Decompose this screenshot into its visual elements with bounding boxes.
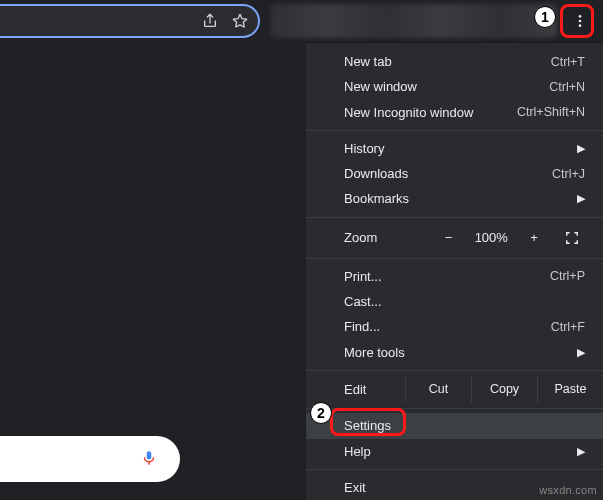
menu-item-shortcut: Ctrl+F bbox=[551, 320, 585, 334]
edit-paste-button[interactable]: Paste bbox=[537, 376, 603, 403]
menu-new-window[interactable]: New window Ctrl+N bbox=[306, 74, 603, 99]
menu-item-shortcut: Ctrl+P bbox=[550, 269, 585, 283]
menu-item-shortcut: Ctrl+Shift+N bbox=[517, 105, 585, 119]
mic-icon[interactable] bbox=[140, 447, 158, 472]
svg-marker-1 bbox=[233, 14, 246, 27]
menu-cast[interactable]: Cast... bbox=[306, 289, 603, 314]
svg-point-4 bbox=[579, 24, 582, 27]
menu-item-label: History bbox=[344, 141, 571, 156]
menu-item-shortcut: Ctrl+T bbox=[551, 55, 585, 69]
svg-point-2 bbox=[579, 15, 582, 18]
menu-separator bbox=[306, 217, 603, 218]
menu-item-label: Cast... bbox=[344, 294, 585, 309]
menu-edit-row: Edit Cut Copy Paste bbox=[306, 376, 603, 403]
edit-copy-button[interactable]: Copy bbox=[471, 376, 537, 403]
menu-item-label: New window bbox=[344, 79, 549, 94]
menu-find[interactable]: Find... Ctrl+F bbox=[306, 314, 603, 339]
zoom-value: 100% bbox=[468, 230, 516, 245]
extensions-area bbox=[270, 4, 557, 38]
star-icon[interactable] bbox=[232, 13, 248, 29]
menu-item-label: New tab bbox=[344, 54, 551, 69]
menu-separator bbox=[306, 370, 603, 371]
menu-button[interactable] bbox=[563, 4, 597, 38]
menu-item-label: Settings bbox=[344, 418, 585, 433]
fullscreen-button[interactable] bbox=[553, 231, 591, 245]
chevron-right-icon: ▶ bbox=[577, 346, 585, 359]
fullscreen-icon bbox=[565, 231, 579, 245]
menu-history[interactable]: History ▶ bbox=[306, 136, 603, 161]
search-pill[interactable] bbox=[0, 436, 180, 482]
watermark: wsxdn.com bbox=[539, 484, 597, 496]
share-icon[interactable] bbox=[202, 13, 218, 29]
menu-separator bbox=[306, 258, 603, 259]
menu-separator bbox=[306, 130, 603, 131]
menu-print[interactable]: Print... Ctrl+P bbox=[306, 264, 603, 289]
menu-item-label: Bookmarks bbox=[344, 191, 571, 206]
zoom-out-button[interactable]: − bbox=[430, 230, 468, 245]
menu-more-tools[interactable]: More tools ▶ bbox=[306, 339, 603, 364]
menu-new-incognito[interactable]: New Incognito window Ctrl+Shift+N bbox=[306, 100, 603, 125]
menu-item-shortcut: Ctrl+J bbox=[552, 167, 585, 181]
svg-point-3 bbox=[579, 20, 582, 23]
address-bar[interactable] bbox=[0, 4, 260, 38]
menu-item-label: More tools bbox=[344, 345, 571, 360]
browser-menu: New tab Ctrl+T New window Ctrl+N New Inc… bbox=[305, 42, 603, 500]
menu-item-label: Find... bbox=[344, 319, 551, 334]
menu-separator bbox=[306, 408, 603, 409]
zoom-in-button[interactable]: + bbox=[515, 230, 553, 245]
menu-bookmarks[interactable]: Bookmarks ▶ bbox=[306, 186, 603, 211]
menu-downloads[interactable]: Downloads Ctrl+J bbox=[306, 161, 603, 186]
edit-cut-button[interactable]: Cut bbox=[405, 376, 471, 403]
menu-help[interactable]: Help ▶ bbox=[306, 439, 603, 464]
menu-item-label: Print... bbox=[344, 269, 550, 284]
menu-separator bbox=[306, 469, 603, 470]
browser-toolbar bbox=[0, 0, 603, 42]
kebab-icon bbox=[572, 13, 588, 29]
chevron-right-icon: ▶ bbox=[577, 192, 585, 205]
chevron-right-icon: ▶ bbox=[577, 142, 585, 155]
menu-new-tab[interactable]: New tab Ctrl+T bbox=[306, 49, 603, 74]
edit-label: Edit bbox=[306, 382, 405, 397]
page-content bbox=[0, 0, 305, 500]
menu-item-label: Downloads bbox=[344, 166, 552, 181]
menu-settings[interactable]: Settings bbox=[306, 413, 603, 438]
menu-item-label: New Incognito window bbox=[344, 105, 517, 120]
chevron-right-icon: ▶ bbox=[577, 445, 585, 458]
menu-item-label: Help bbox=[344, 444, 571, 459]
menu-item-shortcut: Ctrl+N bbox=[549, 80, 585, 94]
menu-zoom: Zoom − 100% + bbox=[306, 222, 603, 252]
zoom-label: Zoom bbox=[344, 230, 430, 245]
